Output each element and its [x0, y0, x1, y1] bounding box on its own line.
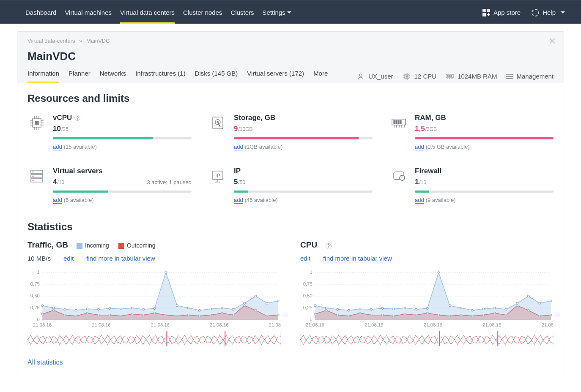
svg-point-109: [120, 308, 122, 310]
traffic-sparkline[interactable]: [27, 331, 281, 346]
resource-card-storage: Storage, GB9/10GBadd(1GB available): [208, 114, 373, 150]
storage-icon: [208, 114, 227, 132]
nav-item-dashboard[interactable]: Dashboard: [21, 1, 60, 24]
app-store-link[interactable]: App store: [482, 9, 521, 16]
resource-bar: [53, 137, 192, 139]
tab-virtual[interactable]: Virtual servers (172): [247, 70, 304, 83]
svg-point-184: [539, 302, 541, 305]
svg-point-123: [277, 300, 279, 302]
svg-text:21.08.16: 21.08.16: [151, 322, 170, 327]
svg-text:21.08.16: 21.08.16: [424, 322, 442, 327]
meta-user[interactable]: UX_user: [356, 72, 393, 81]
svg-point-175: [438, 272, 440, 274]
resource-card-vcpu: vCPU?10/25add(15 available): [27, 114, 192, 150]
resource-value: 1,5/2GB: [415, 125, 437, 133]
management-link[interactable]: Management: [506, 73, 554, 80]
resource-value: 10/25: [53, 125, 69, 133]
svg-text:21.08.16: 21.08.16: [33, 322, 52, 327]
meta-user-label: UX_user: [368, 73, 393, 80]
resource-card-ram: RAM, GB1,5/2GBadd(0,5 GB available): [389, 114, 554, 150]
vcpu-icon: [27, 114, 46, 132]
meta-ram: 1024MB RAM: [446, 72, 497, 81]
svg-point-173: [415, 308, 417, 310]
add-storage-link[interactable]: add: [234, 144, 243, 150]
svg-point-121: [255, 295, 257, 297]
tab-planner[interactable]: Planner: [69, 70, 90, 83]
tab-networks[interactable]: Networks: [100, 70, 126, 83]
svg-point-165: [325, 307, 327, 309]
svg-point-174: [426, 308, 428, 310]
cpu-edit-link[interactable]: edit: [300, 255, 310, 262]
svg-rect-50: [398, 120, 399, 124]
meta-ram-label: 1024MB RAM: [458, 73, 497, 80]
tab-more[interactable]: More: [313, 70, 328, 83]
traffic-legend: Incoming Outcoming: [77, 242, 156, 249]
add-firewall-link[interactable]: add: [415, 197, 424, 204]
resource-title: Firewall: [415, 167, 441, 175]
svg-rect-7: [406, 76, 408, 77]
svg-rect-2: [482, 13, 486, 16]
appstore-icon: [482, 9, 490, 16]
svg-text:21.08.16: 21.08.16: [269, 322, 281, 327]
help-label: Help: [543, 9, 556, 16]
svg-text:0,50: 0,50: [303, 293, 312, 298]
all-statistics-link[interactable]: All statistics: [27, 359, 63, 366]
cpu-sparkline[interactable]: [300, 331, 554, 346]
svg-point-103: [52, 307, 55, 309]
tab-infrastructures[interactable]: Infrastructures (1): [135, 70, 185, 83]
add-ram-link[interactable]: add: [415, 144, 424, 150]
resource-available: (9 available): [426, 197, 456, 203]
svg-point-108: [109, 308, 111, 310]
tab-disks[interactable]: Disks (145 GB): [195, 70, 238, 83]
svg-point-185: [550, 300, 552, 302]
nav-item-clusters[interactable]: Clusters: [227, 1, 258, 24]
svg-point-119: [232, 308, 234, 310]
info-icon[interactable]: ?: [326, 243, 332, 249]
svg-rect-22: [449, 75, 450, 77]
close-icon[interactable]: ✕: [548, 36, 556, 47]
svg-point-116: [199, 309, 201, 311]
svg-text:IP: IP: [215, 173, 220, 179]
resource-title: Storage, GB: [234, 114, 275, 122]
svg-point-110: [131, 307, 133, 309]
app-store-label: App store: [493, 9, 521, 16]
cpu-tabular-link[interactable]: find more in tabular view: [323, 255, 392, 262]
add-vcpu-link[interactable]: add: [53, 144, 62, 150]
resource-value: 9/10GB: [234, 125, 253, 133]
nav-item-cluster-nodes[interactable]: Cluster nodes: [179, 1, 227, 24]
traffic-rate: 10 MB/s: [27, 255, 51, 262]
svg-point-183: [527, 295, 529, 297]
management-label: Management: [516, 73, 554, 80]
svg-point-102: [41, 305, 44, 307]
resource-title: Virtual servers: [53, 167, 103, 175]
resource-bar: [234, 191, 373, 193]
traffic-chart: 00,250,500,75121.08.1621.08.1621.08.1621…: [27, 270, 281, 329]
resource-available: (15 available): [64, 144, 97, 150]
nav-item-settings[interactable]: Settings: [258, 1, 296, 24]
svg-point-107: [98, 308, 100, 310]
menu-icon: [506, 74, 513, 79]
svg-text:0,50: 0,50: [30, 293, 40, 298]
traffic-edit-link[interactable]: edit: [63, 255, 74, 262]
breadcrumb-current: MainVDC: [86, 38, 110, 44]
nav-item-virtual-machines[interactable]: Virtual machines: [60, 1, 116, 24]
svg-text:0,25: 0,25: [303, 305, 312, 310]
add-vservers-link[interactable]: add: [53, 197, 62, 204]
svg-point-170: [381, 308, 384, 310]
info-icon[interactable]: ?: [74, 115, 80, 121]
traffic-tabular-link[interactable]: find more in tabular view: [86, 255, 155, 262]
breadcrumb-root[interactable]: Virtual data-centers: [27, 38, 75, 44]
nav-item-virtual-data-centers[interactable]: Virtual data centers: [116, 1, 179, 24]
resource-card-vservers: Virtual servers4/103 active; 1 pausedadd…: [27, 167, 192, 203]
svg-text:0,75: 0,75: [303, 281, 312, 286]
chevron-down-icon: [561, 11, 565, 14]
help-link[interactable]: Help: [532, 9, 565, 16]
tab-information[interactable]: Information: [27, 70, 59, 83]
resource-title: vCPU: [53, 114, 72, 122]
svg-point-114: [176, 305, 178, 307]
cpu-chart: 00,250,500,75121.08.1621.08.1621.08.1621…: [300, 270, 554, 329]
svg-text:21.08.16: 21.08.16: [210, 322, 228, 327]
add-ip-link[interactable]: add: [234, 197, 243, 204]
meta-cpu: 12 CPU: [403, 72, 437, 81]
ram-icon: [446, 72, 454, 81]
